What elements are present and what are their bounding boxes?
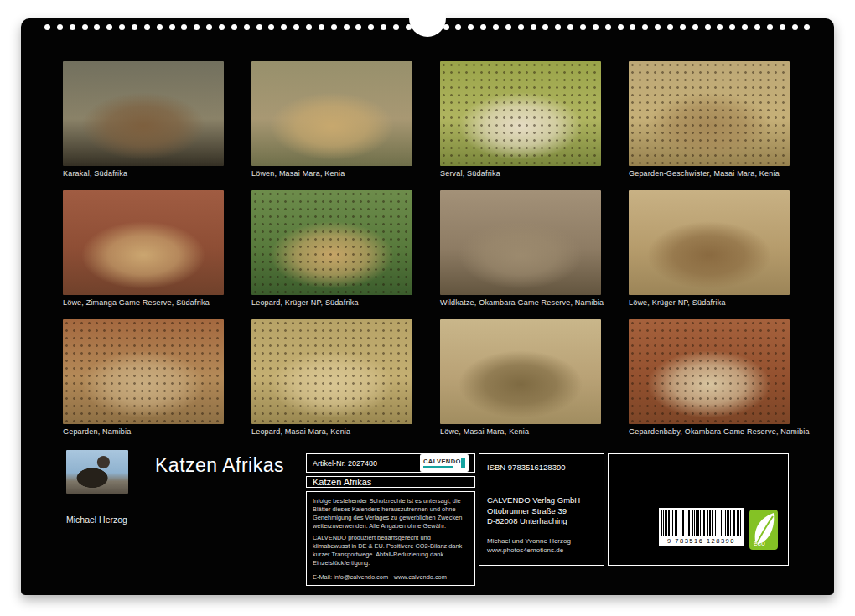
binding-hole [667, 24, 673, 30]
binding-hole [368, 24, 374, 30]
binding-hole [555, 24, 561, 30]
binding-hole [244, 24, 250, 30]
binding-hole [82, 24, 88, 30]
photo-caption: Löwen, Masai Mara, Kenia [251, 169, 412, 178]
calvendo-logo-wordmark: CALVENDO [423, 458, 461, 465]
binding-hole [717, 24, 723, 30]
publisher-line: D-82008 Unterhaching [487, 516, 596, 526]
photo-image [440, 61, 601, 166]
photo-thumbnail: Löwe, Zimanga Game Reserve, Südafrika [63, 190, 224, 307]
photo-image [63, 190, 224, 295]
barcode-bars [661, 510, 741, 536]
photo-caption: Löwe, Zimanga Game Reserve, Südafrika [63, 298, 224, 307]
binding-hole [542, 24, 548, 30]
photo-image [63, 61, 224, 166]
barcode-digits: 9 783516 128390 [661, 537, 741, 545]
binding-hole [268, 24, 274, 30]
binding-hole [393, 24, 399, 30]
legal-text-box: Infolge bestehender Schutzrechte ist es … [306, 491, 475, 586]
contact-line: E-Mail: info@calvendo.com · www.calvendo… [313, 573, 469, 582]
publisher-line: CALVENDO Verlag GmbH [487, 495, 596, 505]
credit-line: Michael und Yvonne Herzog [487, 537, 596, 546]
photo-caption: Geparden-Geschwister, Masai Mara, Kenia [629, 169, 790, 178]
calvendo-logo-mark-icon [461, 458, 465, 468]
ean-barcode: 9 783516 128390 [659, 508, 744, 546]
binding-hole [106, 24, 112, 30]
calvendo-tagline-microtext [423, 466, 453, 468]
binding-hole [381, 24, 386, 30]
binding-hole [593, 24, 598, 30]
photo-caption: Karakal, Südafrika [63, 169, 224, 178]
binding-hole [468, 24, 474, 30]
binding-hole [567, 24, 573, 30]
photo-thumbnail: Löwe, Krüger NP, Südafrika [629, 190, 790, 307]
photo-image [251, 61, 412, 166]
isbn-publisher-box: ISBN 9783516128390 CALVENDO Verlag GmbH … [479, 453, 604, 566]
product-title-box: Katzen Afrikas [306, 476, 475, 488]
photo-thumbnail: Wildkatze, Okambara Game Reserve, Namibi… [440, 190, 601, 307]
barcode-box: 9 783516 128390 eco [608, 453, 789, 566]
isbn-text: ISBN 9783516128390 [487, 463, 596, 473]
binding-hole [804, 24, 810, 30]
binding-hole [618, 24, 624, 30]
binding-hole [767, 24, 773, 30]
binding-hole [531, 24, 536, 30]
photo-thumbnail: Karakal, Südafrika [63, 61, 224, 178]
binding-hole [742, 24, 748, 30]
photo-thumbnail: Geparden-Geschwister, Masai Mara, Kenia [629, 61, 790, 178]
binding-hole [256, 24, 262, 30]
binding-hole [157, 24, 163, 30]
photo-image [629, 61, 790, 166]
photo-caption: Löwe, Krüger NP, Südafrika [629, 298, 790, 307]
eco-badge: eco [749, 510, 778, 550]
photo-image [440, 319, 601, 424]
binding-hole [70, 24, 75, 30]
photo-caption: Geparden, Namibia [63, 427, 224, 436]
binding-hole [518, 24, 524, 30]
binding-hole [57, 24, 63, 30]
binding-hole [754, 24, 760, 30]
photo-thumbnail: Serval, Südafrika [440, 61, 601, 178]
article-number-label: Artikel-Nr. 2027480 [313, 459, 377, 468]
info-left-column: Artikel-Nr. 2027480 CALVENDO Katzen Afri… [306, 453, 475, 566]
photo-thumbnail: Gepardenbaby, Okambara Game Reserve, Nam… [629, 319, 790, 436]
binding-hole [94, 24, 100, 30]
binding-hole [206, 24, 212, 30]
photo-thumbnail: Löwe, Masai Mara, Kenia [440, 319, 601, 436]
binding-hole [293, 24, 299, 30]
binding-hole [792, 24, 798, 30]
binding-hole [493, 24, 499, 30]
binding-hole [169, 24, 175, 30]
article-number-box: Artikel-Nr. 2027480 CALVENDO [306, 453, 475, 473]
binding-hole [132, 24, 137, 30]
photo-thumbnail: Geparden, Namibia [63, 319, 224, 436]
binding-hole [331, 24, 337, 30]
photo-image [629, 319, 790, 424]
photo-image [63, 319, 224, 424]
calendar-title: Katzen Afrikas [155, 454, 284, 477]
publisher-address: CALVENDO Verlag GmbH Ottobrunner Straße … [487, 495, 596, 526]
binding-hole [729, 24, 735, 30]
photo-grid: Karakal, SüdafrikaLöwen, Masai Mara, Ken… [63, 61, 790, 436]
binding-hole [344, 24, 350, 30]
binding-hole [480, 24, 486, 30]
binding-hole [194, 24, 200, 30]
binding-hole [692, 24, 698, 30]
binding-hole [642, 24, 648, 30]
calvendo-logo: CALVENDO [420, 454, 469, 472]
binding-hole [680, 24, 686, 30]
binding-hole [181, 24, 187, 30]
binding-hole [355, 24, 361, 30]
binding-hole [505, 24, 511, 30]
photo-image [629, 190, 790, 295]
publisher-line: Ottobrunner Straße 39 [487, 506, 596, 516]
legal-paragraph: CALVENDO produziert bedarfsgerecht und k… [313, 534, 469, 567]
publisher-info-box: Artikel-Nr. 2027480 CALVENDO Katzen Afri… [306, 453, 789, 566]
binding-hole [580, 24, 586, 30]
binding-hole [780, 24, 785, 30]
photo-image [251, 190, 412, 295]
eco-badge-label: eco [754, 539, 765, 547]
photo-thumbnail: Löwen, Masai Mara, Kenia [251, 61, 412, 178]
barcode-bar [740, 510, 741, 536]
binding-hole [44, 24, 50, 30]
